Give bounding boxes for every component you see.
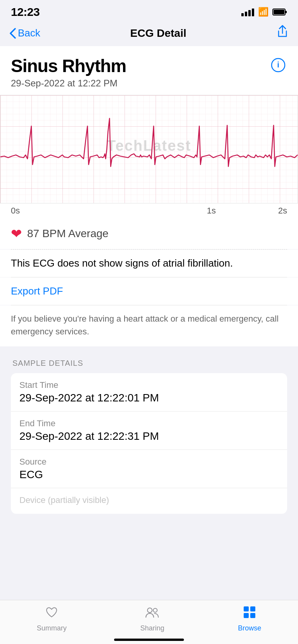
time-labels: 0s 1s 2s: [0, 203, 298, 218]
detail-row-source: Source ECG: [11, 450, 287, 488]
wifi-icon: 📶: [258, 7, 269, 17]
tab-summary[interactable]: Summary: [37, 606, 67, 632]
export-pdf-button[interactable]: Export PDF: [0, 277, 298, 305]
status-icons: 📶: [241, 7, 287, 17]
heart-icon: ❤: [11, 226, 22, 241]
sharing-icon: [144, 606, 160, 622]
nav-title: ECG Detail: [130, 27, 187, 40]
svg-rect-11: [244, 613, 249, 618]
bpm-value: 87 BPM Average: [27, 227, 109, 240]
time-label-2s: 2s: [278, 206, 287, 216]
browse-icon: [243, 606, 256, 622]
section-label: SAMPLE DETAILS: [11, 359, 287, 368]
svg-rect-10: [250, 606, 255, 611]
svg-point-7: [147, 608, 152, 613]
tab-bar: Summary Sharing Browse: [0, 600, 298, 644]
svg-rect-2: [285, 11, 287, 13]
diagnosis-date: 29-Sep-2022 at 12:22 PM: [11, 78, 126, 89]
svg-rect-1: [274, 10, 284, 14]
tab-summary-label: Summary: [37, 624, 67, 632]
tab-browse[interactable]: Browse: [238, 606, 261, 632]
tab-sharing-label: Sharing: [140, 624, 164, 632]
svg-rect-12: [250, 613, 255, 618]
signal-icon: [241, 8, 254, 16]
svg-text:i: i: [277, 60, 279, 69]
summary-icon: [45, 606, 58, 622]
detail-label-source: Source: [19, 457, 279, 467]
details-card: Start Time 29-Sep-2022 at 12:22:01 PM En…: [11, 373, 287, 514]
tab-sharing[interactable]: Sharing: [140, 606, 164, 632]
svg-point-8: [153, 608, 157, 612]
status-bar: 12:23 📶: [0, 0, 298, 22]
detail-row-end-time: End Time 29-Sep-2022 at 12:22:31 PM: [11, 412, 287, 450]
detail-value-source: ECG: [19, 468, 279, 481]
back-button[interactable]: Back: [9, 27, 40, 39]
ecg-chart: TechLatest: [0, 95, 298, 203]
detail-value-start: 29-Sep-2022 at 12:22:01 PM: [19, 392, 279, 404]
bpm-row: ❤ 87 BPM Average: [0, 218, 298, 249]
emergency-notice: If you believe you're having a heart att…: [0, 305, 298, 346]
gray-section: SAMPLE DETAILS Start Time 29-Sep-2022 at…: [0, 346, 298, 564]
battery-icon: [272, 8, 287, 16]
status-time: 12:23: [11, 5, 40, 19]
nav-bar: Back ECG Detail: [0, 22, 298, 46]
time-label-0s: 0s: [11, 206, 144, 216]
detail-label-device: Device (partially visible): [19, 495, 279, 505]
share-button[interactable]: [276, 25, 289, 41]
home-indicator: [114, 639, 184, 641]
tab-browse-label: Browse: [238, 624, 261, 632]
detail-row-device: Device (partially visible): [11, 488, 287, 514]
svg-rect-9: [244, 606, 249, 611]
detail-label-end: End Time: [19, 418, 279, 429]
time-label-1s: 1s: [144, 206, 278, 216]
detail-row-start-time: Start Time 29-Sep-2022 at 12:22:01 PM: [11, 373, 287, 412]
ecg-notice: This ECG does not show signs of atrial f…: [0, 250, 298, 277]
diagnosis-title: Sinus Rhythm: [11, 55, 126, 76]
back-label: Back: [18, 27, 40, 39]
info-button[interactable]: i: [271, 58, 287, 74]
detail-label-start: Start Time: [19, 380, 279, 390]
detail-value-end: 29-Sep-2022 at 12:22:31 PM: [19, 430, 279, 443]
content-card: Sinus Rhythm 29-Sep-2022 at 12:22 PM i: [0, 46, 298, 203]
